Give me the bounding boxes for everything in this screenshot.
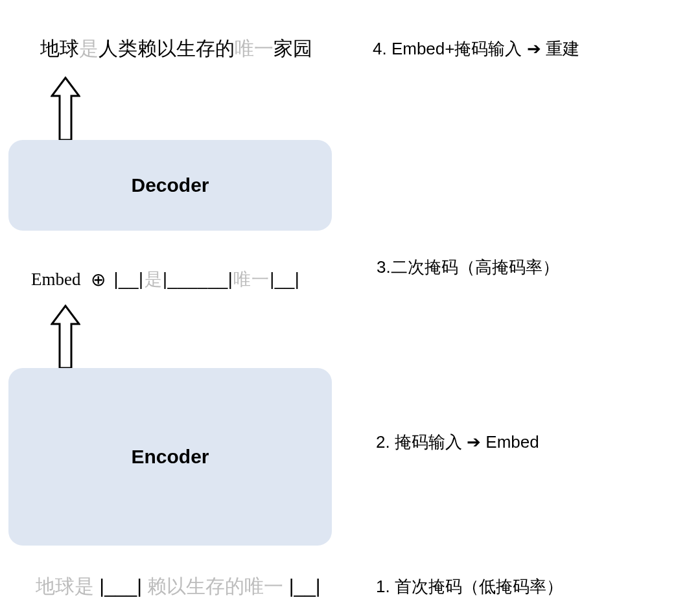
embed-masked-line: Embed ⊕ |__| 是 |______| 唯一 |__| bbox=[31, 268, 299, 291]
arrow-decoder-to-output bbox=[51, 76, 80, 140]
caption-step4: 4. Embed+掩码输入 ➔ 重建 bbox=[373, 38, 579, 60]
caption-step3: 3.二次掩码（高掩码率） bbox=[377, 256, 559, 279]
embed-prefix: Embed bbox=[31, 270, 80, 290]
input-masked-line: 地球是 |___| 赖以生存的唯一 |__| bbox=[36, 573, 321, 600]
output-sentence: 地球是人类赖以生存的唯一家园 bbox=[40, 36, 312, 62]
encoder-label: Encoder bbox=[131, 446, 209, 468]
caption-step1: 1. 首次掩码（低掩码率） bbox=[376, 575, 563, 598]
oplus-icon: ⊕ bbox=[91, 269, 106, 290]
decoder-box: Decoder bbox=[8, 140, 332, 231]
encoder-box: Encoder bbox=[8, 368, 332, 546]
embed-tokens: |__| 是 |______| 唯一 |__| bbox=[113, 268, 299, 291]
decoder-label: Decoder bbox=[131, 174, 209, 196]
caption-step2: 2. 掩码输入 ➔ Embed bbox=[376, 431, 539, 454]
arrow-encoder-to-embed bbox=[51, 305, 80, 368]
